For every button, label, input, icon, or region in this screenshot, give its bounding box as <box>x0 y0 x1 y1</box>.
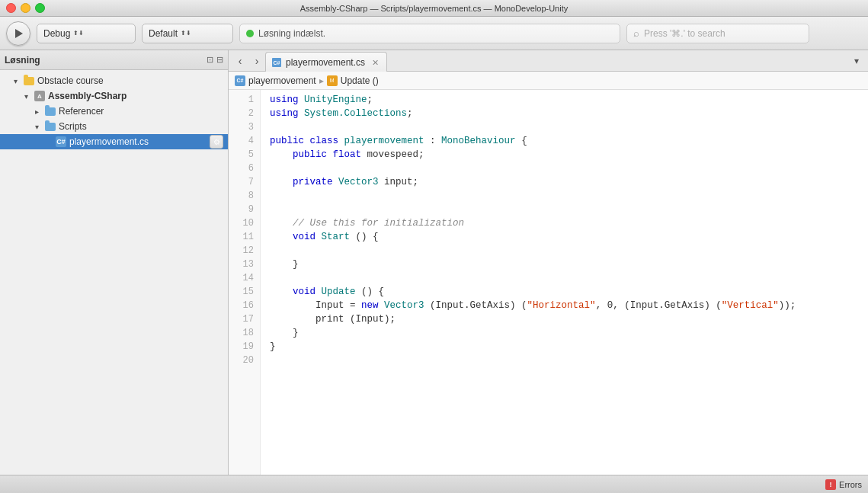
code-line: private Vector3 input; <box>270 175 868 189</box>
sidebar-pin-icon[interactable]: ⊟ <box>216 55 223 65</box>
line-numbers: 1 2 3 4 5 6 7 8 9 10 11 12 13 14 15 16 1… <box>229 90 261 475</box>
search-box[interactable]: ⌕ Press '⌘.' to search <box>626 24 809 43</box>
errors-button[interactable]: ! Errors <box>825 479 862 490</box>
sidebar-item-assembly[interactable]: A Assembly-CSharp <box>0 88 228 104</box>
line-num: 14 <box>229 271 260 285</box>
run-button[interactable] <box>6 21 30 46</box>
default-label: Default <box>149 28 178 39</box>
code-line: public class playermovement : MonoBehavi… <box>270 134 868 148</box>
code-line: // Use this for initialization <box>270 216 868 230</box>
tab-file-icon: C# <box>272 58 281 67</box>
folder-icon <box>45 106 56 117</box>
code-line <box>270 162 868 175</box>
sidebar-controls: ⊡ ⊟ <box>207 55 223 65</box>
tab-label: playermovement.cs <box>286 57 365 68</box>
code-line: void Update () { <box>270 285 868 299</box>
sidebar-tree: Obstacle course A Assembly-CSharp Refere… <box>0 70 228 152</box>
sidebar-item-playermovement[interactable]: C# playermovement.cs ⚙ <box>0 134 228 149</box>
line-num: 7 <box>229 175 260 189</box>
debug-arrow-icon: ⬆⬇ <box>73 30 84 37</box>
play-icon <box>15 29 23 38</box>
sidebar: Løsning ⊡ ⊟ Obstacle course A Asse <box>0 50 229 475</box>
sidebar-item-scripts[interactable]: Scripts <box>0 119 228 134</box>
status-dot-icon <box>246 30 254 37</box>
code-line: public float movespeed; <box>270 148 868 162</box>
line-num: 15 <box>229 285 260 299</box>
status-indicator: Løsning indælst. <box>239 24 620 43</box>
tree-arrow-icon <box>35 123 43 131</box>
code-line <box>270 244 868 258</box>
code-content[interactable]: using UnityEngine; using System.Collecti… <box>261 90 868 475</box>
maximize-button[interactable] <box>35 3 45 13</box>
code-line: } <box>270 258 868 271</box>
code-line: using UnityEngine; <box>270 93 868 107</box>
breadcrumb-bar: C# playermovement ▸ M Update () <box>229 72 868 90</box>
sidebar-item-label: Assembly-CSharp <box>48 91 127 101</box>
sidebar-item-label: Scripts <box>59 121 87 132</box>
debug-label: Debug <box>43 28 70 39</box>
sidebar-item-referencer[interactable]: Referencer <box>0 104 228 119</box>
line-num: 12 <box>229 244 260 258</box>
tab-bar: ‹ › C# playermovement.cs ✕ ▾ <box>229 50 868 72</box>
line-num: 6 <box>229 162 260 175</box>
line-num: 2 <box>229 107 260 120</box>
code-line: void Start () { <box>270 230 868 244</box>
sidebar-header: Løsning ⊡ ⊟ <box>0 50 228 70</box>
breadcrumb-file-icon: C# <box>235 75 245 86</box>
status-text: Løsning indælst. <box>258 28 325 39</box>
line-num: 1 <box>229 93 260 107</box>
close-button[interactable] <box>6 3 16 13</box>
breadcrumb-method-icon: M <box>327 75 338 86</box>
code-line: print (Input); <box>270 312 868 326</box>
editor-tab[interactable]: C# playermovement.cs ✕ <box>265 52 387 72</box>
window-controls <box>6 3 45 13</box>
code-line: } <box>270 326 868 340</box>
code-line <box>270 354 868 367</box>
gear-button[interactable]: ⚙ <box>210 135 223 149</box>
folder-icon <box>45 121 56 132</box>
search-icon: ⌕ <box>633 27 639 39</box>
sidebar-title: Løsning <box>5 55 40 66</box>
tab-spacer <box>387 50 848 71</box>
tree-arrow-icon <box>24 92 32 101</box>
tab-dropdown-button[interactable]: ▾ <box>848 50 865 71</box>
errors-label: Errors <box>839 480 862 489</box>
toolbar: Debug ⬆⬇ Default ⬆⬇ Løsning indælst. ⌕ P… <box>0 17 868 50</box>
line-num: 11 <box>229 230 260 244</box>
breadcrumb-class: playermovement <box>248 75 316 86</box>
minimize-button[interactable] <box>21 3 30 13</box>
line-num: 20 <box>229 354 260 367</box>
default-dropdown[interactable]: Default ⬆⬇ <box>142 24 233 43</box>
code-line <box>270 271 868 285</box>
assembly-icon: A <box>34 91 45 101</box>
line-num: 5 <box>229 148 260 162</box>
breadcrumb-separator: ▸ <box>319 75 324 86</box>
main-area: Løsning ⊡ ⊟ Obstacle course A Asse <box>0 50 868 475</box>
line-num: 17 <box>229 312 260 326</box>
line-num: 18 <box>229 326 260 340</box>
line-num: 9 <box>229 203 260 216</box>
tab-close-button[interactable]: ✕ <box>370 57 380 68</box>
errors-icon: ! <box>825 479 836 490</box>
code-line <box>270 203 868 216</box>
debug-dropdown[interactable]: Debug ⬆⬇ <box>37 24 136 43</box>
code-line <box>270 120 868 134</box>
line-num: 3 <box>229 120 260 134</box>
default-arrow-icon: ⬆⬇ <box>181 30 191 37</box>
sidebar-item-obstacle[interactable]: Obstacle course <box>0 73 228 88</box>
sidebar-item-label: playermovement.cs <box>69 136 149 147</box>
code-line: } <box>270 340 868 354</box>
sidebar-item-label: Obstacle course <box>37 75 104 86</box>
sidebar-collapse-icon[interactable]: ⊡ <box>207 55 213 65</box>
line-num: 8 <box>229 189 260 203</box>
title-bar: Assembly-CSharp — Scripts/playermovement… <box>0 0 868 17</box>
window-title: Assembly-CSharp — Scripts/playermovement… <box>300 4 569 13</box>
tab-back-button[interactable]: ‹ <box>232 50 248 72</box>
status-bar: ! Errors <box>0 475 868 493</box>
search-placeholder: Press '⌘.' to search <box>644 28 725 39</box>
line-num: 16 <box>229 299 260 312</box>
code-editor[interactable]: 1 2 3 4 5 6 7 8 9 10 11 12 13 14 15 16 1… <box>229 90 868 475</box>
tree-arrow-icon <box>14 77 21 85</box>
tab-forward-button[interactable]: › <box>248 50 265 72</box>
code-line <box>270 189 868 203</box>
